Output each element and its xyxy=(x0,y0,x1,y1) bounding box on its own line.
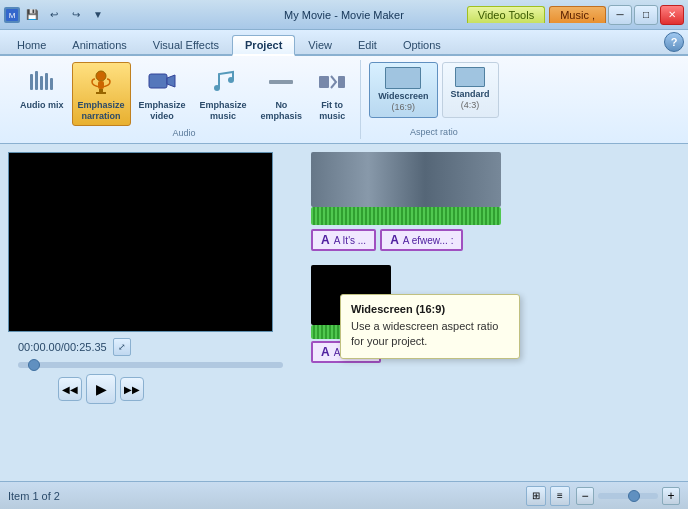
title-a-icon-2: A xyxy=(390,233,399,247)
fit-to-music-label: Fit tomusic xyxy=(319,100,345,122)
play-button[interactable]: ▶ xyxy=(86,374,116,404)
progress-thumb[interactable] xyxy=(28,359,40,371)
video-tools-tab[interactable]: Video Tools xyxy=(467,6,545,23)
audio-group-label: Audio xyxy=(173,126,196,138)
ribbon-group-audio: Audio mix Emphasizenarration xyxy=(8,60,361,139)
svg-marker-12 xyxy=(167,75,175,87)
svg-rect-17 xyxy=(338,76,345,88)
expand-button[interactable]: ⤢ xyxy=(113,338,131,356)
title-bar: M 💾 ↩ ↪ ▼ My Movie - Movie Maker Video T… xyxy=(0,0,688,30)
zoom-control: − + xyxy=(576,487,680,505)
svg-rect-9 xyxy=(99,89,103,92)
time-display: 00:00.00/00:25.35 ⤢ xyxy=(8,338,303,356)
help-button[interactable]: ? xyxy=(664,32,684,52)
svg-rect-11 xyxy=(149,74,167,88)
audio-mix-icon xyxy=(26,66,58,98)
zoom-slider[interactable] xyxy=(598,493,658,499)
tab-view[interactable]: View xyxy=(295,35,345,54)
status-icon-2[interactable]: ≡ xyxy=(550,486,570,506)
playback-controls: ◀◀ ▶ ▶▶ xyxy=(8,374,303,404)
status-bar: Item 1 of 2 ⊞ ≡ − + xyxy=(0,481,688,509)
svg-text:M: M xyxy=(9,11,16,20)
undo-button[interactable]: ↩ xyxy=(44,5,64,25)
emph-video-button[interactable]: Emphasizevideo xyxy=(133,62,192,126)
title-card-1[interactable]: A A It's ... xyxy=(311,229,376,251)
title-bar-right: Video Tools Music , ─ □ ✕ xyxy=(467,5,684,25)
progress-bar-container xyxy=(8,362,303,368)
minimize-button[interactable]: ─ xyxy=(608,5,632,25)
title-card-1-label: A It's ... xyxy=(334,235,366,246)
rewind-button[interactable]: ◀◀ xyxy=(58,377,82,401)
ribbon-group-aspect: Widescreen(16:9) Standard(4:3) Aspect ra… xyxy=(363,60,504,139)
emph-music-button[interactable]: Emphasizemusic xyxy=(194,62,253,126)
tooltip: Widescreen (16:9) Use a widescreen aspec… xyxy=(340,294,520,359)
audio-mix-button[interactable]: Audio mix xyxy=(14,62,70,115)
zoom-thumb[interactable] xyxy=(628,490,640,502)
status-icon-1[interactable]: ⊞ xyxy=(526,486,546,506)
main-content: 00:00.00/00:25.35 ⤢ ◀◀ ▶ ▶▶ xyxy=(0,144,688,481)
ribbon: Audio mix Emphasizenarration xyxy=(0,56,688,144)
fit-music-icon xyxy=(316,66,348,98)
no-emphasis-label: Noemphasis xyxy=(261,100,303,122)
svg-point-7 xyxy=(96,71,106,81)
quick-access-toolbar: M 💾 ↩ ↪ ▼ xyxy=(4,5,108,25)
no-emphasis-icon xyxy=(265,66,297,98)
audio-mix-label: Audio mix xyxy=(20,100,64,111)
widescreen-button[interactable]: Widescreen(16:9) xyxy=(369,62,437,118)
video-icon xyxy=(146,66,178,98)
aspect-buttons: Widescreen(16:9) Standard(4:3) xyxy=(369,62,498,118)
status-icons: ⊞ ≡ xyxy=(526,486,570,506)
svg-rect-3 xyxy=(35,71,38,90)
timeline-row-1: A A It's ... A A efwew... : xyxy=(311,152,680,251)
tab-edit[interactable]: Edit xyxy=(345,35,390,54)
emph-narration-label: Emphasizenarration xyxy=(78,100,125,122)
progress-bar[interactable] xyxy=(18,362,283,368)
fast-forward-button[interactable]: ▶▶ xyxy=(120,377,144,401)
svg-rect-8 xyxy=(98,81,104,89)
zoom-out-button[interactable]: − xyxy=(576,487,594,505)
window-title: My Movie - Movie Maker xyxy=(284,9,404,21)
standard-icon xyxy=(455,67,485,87)
standard-button[interactable]: Standard(4:3) xyxy=(442,62,499,118)
tooltip-text: Use a widescreen aspect ratio for your p… xyxy=(351,319,509,350)
title-card-2-label: A efwew... : xyxy=(403,235,454,246)
title-card-2[interactable]: A A efwew... : xyxy=(380,229,463,251)
audio-buttons: Audio mix Emphasizenarration xyxy=(14,62,354,126)
svg-rect-6 xyxy=(50,78,53,90)
svg-rect-10 xyxy=(96,92,106,94)
save-button[interactable]: 💾 xyxy=(22,5,42,25)
svg-rect-16 xyxy=(319,76,329,88)
standard-label: Standard(4:3) xyxy=(451,89,490,111)
redo-button[interactable]: ↪ xyxy=(66,5,86,25)
music-tab[interactable]: Music , xyxy=(549,6,606,23)
emph-video-label: Emphasizevideo xyxy=(139,100,186,122)
maximize-button[interactable]: □ xyxy=(634,5,658,25)
zoom-in-button[interactable]: + xyxy=(662,487,680,505)
tab-home[interactable]: Home xyxy=(4,35,59,54)
close-button[interactable]: ✕ xyxy=(660,5,684,25)
emph-music-label: Emphasizemusic xyxy=(200,100,247,122)
timeline-audio-1 xyxy=(311,207,501,225)
qat-dropdown-button[interactable]: ▼ xyxy=(88,5,108,25)
widescreen-icon xyxy=(385,67,421,89)
fit-to-music-button[interactable]: Fit tomusic xyxy=(310,62,354,126)
music-icon xyxy=(207,66,239,98)
title-a-icon: A xyxy=(321,233,330,247)
no-emphasis-button[interactable]: Noemphasis xyxy=(255,62,309,126)
tab-animations[interactable]: Animations xyxy=(59,35,139,54)
emph-narration-button[interactable]: Emphasizenarration xyxy=(72,62,131,126)
aspect-group-label: Aspect ratio xyxy=(410,125,458,137)
timeline-video-1[interactable] xyxy=(311,152,501,207)
tab-project[interactable]: Project xyxy=(232,35,295,56)
timecode: 00:00.00/00:25.35 xyxy=(18,341,107,353)
svg-point-14 xyxy=(228,77,234,83)
tooltip-title: Widescreen (16:9) xyxy=(351,303,509,315)
video-panel: 00:00.00/00:25.35 ⤢ ◀◀ ▶ ▶▶ xyxy=(8,152,303,473)
widescreen-label: Widescreen(16:9) xyxy=(378,91,428,113)
tab-visual-effects[interactable]: Visual Effects xyxy=(140,35,232,54)
audio-wave-1 xyxy=(311,207,501,225)
status-text: Item 1 of 2 xyxy=(8,490,520,502)
svg-rect-15 xyxy=(269,80,293,84)
video-preview xyxy=(8,152,273,332)
tab-options[interactable]: Options xyxy=(390,35,454,54)
